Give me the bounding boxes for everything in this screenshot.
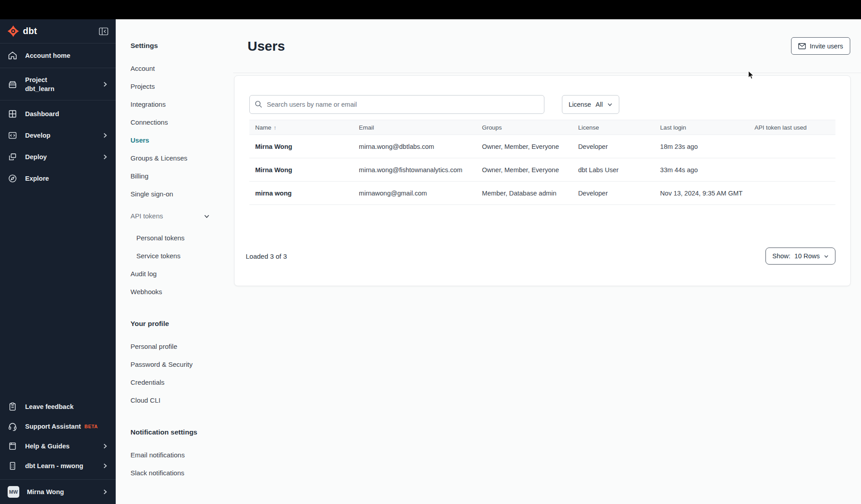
- chevron-right-icon: [102, 81, 108, 87]
- chevron-right-icon: [102, 132, 108, 139]
- settings-nav-item-cloud-cli[interactable]: Cloud CLI: [130, 391, 233, 409]
- deploy-icon: [8, 152, 17, 162]
- sidebar-project-name: dbt_learn: [25, 85, 54, 92]
- user-last-login-cell: 33m 44s ago: [654, 166, 748, 174]
- user-last-login-cell: Nov 13, 2024, 9:35 AM GMT: [654, 190, 748, 197]
- settings-nav-item-account[interactable]: Account: [130, 60, 233, 78]
- sidebar-item-account-home[interactable]: Account home: [0, 43, 116, 68]
- settings-nav-item-groups-licenses[interactable]: Groups & Licenses: [130, 149, 233, 167]
- settings-nav-item-billing[interactable]: Billing: [130, 167, 233, 185]
- clipboard-icon: [8, 402, 17, 412]
- chevron-right-icon: [102, 154, 108, 160]
- settings-nav-item-projects[interactable]: Projects: [130, 78, 233, 96]
- settings-nav-item-audit-log[interactable]: Audit log: [130, 265, 233, 283]
- user-last-login-cell: 18m 23s ago: [654, 143, 748, 150]
- beta-badge: BETA: [84, 424, 98, 429]
- settings-nav-item-users[interactable]: Users: [130, 131, 233, 149]
- sidebar-item-label: Explore: [25, 174, 49, 182]
- sidebar-item-label: Develop: [25, 131, 50, 139]
- invite-users-label: Invite users: [810, 43, 843, 50]
- column-header-groups[interactable]: Groups: [476, 124, 572, 131]
- sidebar-item-leave-feedback[interactable]: Leave feedback: [0, 397, 116, 417]
- invite-users-button[interactable]: Invite users: [791, 37, 850, 55]
- page-header: Users Invite users: [233, 19, 861, 73]
- book-icon: [8, 441, 17, 451]
- sidebar-item-deploy[interactable]: Deploy: [0, 146, 116, 168]
- column-header-name[interactable]: Name↑: [249, 124, 353, 131]
- chevron-right-icon: [102, 463, 108, 469]
- table-row[interactable]: Mirna Wong mirna.wong@dbtlabs.com Owner,…: [249, 135, 835, 158]
- sidebar-item-dbt-learn-account[interactable]: dbt Learn - mwong: [0, 456, 116, 476]
- dbt-logo-icon: [7, 25, 19, 37]
- search-input[interactable]: [249, 95, 544, 114]
- sidebar-item-label: Support Assistant: [25, 422, 81, 430]
- user-groups-cell: Member, Database admin: [476, 190, 572, 197]
- user-groups-cell: Owner, Member, Everyone: [476, 166, 572, 174]
- collapse-sidebar-icon[interactable]: [99, 27, 109, 35]
- column-header-license[interactable]: License: [572, 124, 654, 131]
- settings-nav-item-email-notifications[interactable]: Email notifications: [130, 446, 233, 464]
- sidebar-item-develop[interactable]: Develop: [0, 125, 116, 146]
- page-title: Users: [248, 39, 285, 54]
- user-email-cell: mirna.wong@fishtownanalytics.com: [353, 166, 476, 174]
- table-row[interactable]: mirna wong mirnawong@gmail.com Member, D…: [249, 182, 835, 205]
- user-name-cell: mirna wong: [249, 190, 353, 197]
- sidebar-logo-row: dbt: [0, 19, 116, 43]
- settings-nav-item-single-sign-on[interactable]: Single sign-on: [130, 185, 233, 203]
- chevron-right-icon: [102, 489, 108, 495]
- search-icon: [255, 100, 262, 108]
- settings-nav-item-slack-notifications[interactable]: Slack notifications: [130, 464, 233, 482]
- sort-asc-icon: ↑: [274, 124, 277, 131]
- settings-nav-item-connections[interactable]: Connections: [130, 113, 233, 131]
- sidebar-user-menu[interactable]: MW Mirna Wong: [0, 480, 116, 504]
- settings-nav: Settings Account Projects Integrations C…: [116, 19, 233, 504]
- settings-nav-item-api-tokens[interactable]: API tokens: [130, 207, 233, 225]
- license-filter-value: All: [596, 101, 603, 108]
- chevron-down-icon: [204, 213, 210, 219]
- user-name: Mirna Wong: [27, 488, 64, 496]
- sidebar-item-support-assistant[interactable]: Support Assistant BETA: [0, 417, 116, 436]
- sidebar-item-help-guides[interactable]: Help & Guides: [0, 436, 116, 456]
- settings-nav-item-personal-tokens[interactable]: Personal tokens: [130, 229, 233, 247]
- column-header-api-token[interactable]: API token last used: [749, 124, 835, 131]
- settings-nav-item-personal-profile[interactable]: Personal profile: [130, 338, 233, 356]
- app-shell: dbt Account home Project dbt_learn: [0, 19, 861, 504]
- settings-nav-item-label: Users: [130, 136, 149, 144]
- loaded-count-text: Loaded 3 of 3: [246, 252, 287, 260]
- user-email-cell: mirnawong@gmail.com: [353, 190, 476, 197]
- show-label: Show:: [772, 252, 790, 260]
- license-filter-label: License: [569, 101, 591, 108]
- settings-nav-item-integrations[interactable]: Integrations: [130, 96, 233, 113]
- develop-icon: [8, 130, 17, 140]
- license-filter-dropdown[interactable]: License All: [562, 95, 619, 114]
- your-profile-title: Your profile: [130, 320, 233, 330]
- sidebar-item-explore[interactable]: Explore: [0, 168, 116, 189]
- settings-nav-item-webhooks[interactable]: Webhooks: [130, 283, 233, 301]
- settings-nav-item-password-security[interactable]: Password & Security: [130, 356, 233, 374]
- top-black-bar: [0, 0, 861, 19]
- dashboard-icon: [8, 109, 17, 119]
- search-field-wrap: [249, 95, 544, 114]
- settings-nav-item-credentials[interactable]: Credentials: [130, 374, 233, 391]
- column-header-email[interactable]: Email: [353, 124, 476, 131]
- user-license-cell: Developer: [572, 143, 654, 150]
- column-header-last-login[interactable]: Last login: [654, 124, 748, 131]
- settings-nav-item-service-tokens[interactable]: Service tokens: [130, 247, 233, 265]
- user-groups-cell: Owner, Member, Everyone: [476, 143, 572, 150]
- sidebar-item-label: Leave feedback: [25, 403, 74, 411]
- sidebar-item-label: Deploy: [25, 153, 47, 161]
- sidebar-item-label: dbt Learn - mwong: [25, 462, 83, 470]
- table-row[interactable]: Mirna Wong mirna.wong@fishtownanalytics.…: [249, 158, 835, 182]
- users-content: License All Name↑ Email Groups License L…: [233, 73, 861, 286]
- sidebar-item-label: Account home: [25, 52, 70, 60]
- sidebar-item-label: Dashboard: [25, 110, 59, 118]
- home-icon: [8, 51, 17, 61]
- sidebar-item-project[interactable]: Project dbt_learn: [0, 68, 116, 100]
- main-content: Users Invite users: [233, 19, 861, 504]
- mail-icon: [798, 43, 806, 49]
- sidebar-item-dashboard[interactable]: Dashboard: [0, 103, 116, 125]
- chevron-down-icon: [607, 102, 613, 107]
- user-name-cell: Mirna Wong: [249, 166, 353, 174]
- rows-per-page-dropdown[interactable]: Show: 10 Rows: [765, 248, 835, 265]
- user-name-cell: Mirna Wong: [249, 143, 353, 150]
